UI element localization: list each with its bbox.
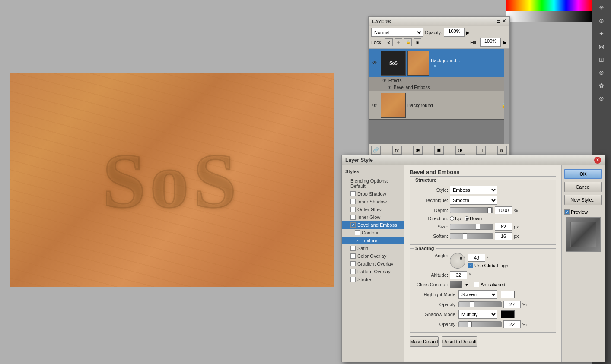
style-item-inner-shadow[interactable]: Inner Shadow — [342, 198, 404, 206]
style-item-blending[interactable]: Blending Options: Default — [342, 177, 404, 190]
preview-checkbox[interactable]: ✓ — [564, 209, 570, 215]
highlight-opacity-value[interactable]: 27 — [503, 301, 521, 308]
radio-down[interactable]: Down — [465, 216, 482, 221]
new-layer-btn[interactable]: □ — [476, 146, 486, 155]
style-item-stroke[interactable]: Stroke — [342, 275, 404, 283]
altitude-value[interactable]: 32 — [450, 271, 467, 279]
layers-footer: 🔗 fx ◉ ▣ ◑ □ 🗑 — [369, 144, 509, 156]
soften-row: Soften: 16 px — [414, 232, 552, 240]
shadow-opacity-value[interactable]: 22 — [503, 320, 521, 328]
toolbar-icon-7[interactable]: ✿ — [595, 79, 608, 92]
soften-slider[interactable] — [450, 233, 493, 239]
style-item-color-overlay[interactable]: Color Overlay — [342, 252, 404, 260]
style-item-contour[interactable]: Contour — [342, 229, 404, 237]
satin-check[interactable] — [350, 246, 356, 251]
layers-scrollbar[interactable] — [504, 49, 509, 144]
stroke-check[interactable] — [350, 277, 356, 282]
layer-item-1[interactable]: 👁 Background 🔒 — [369, 91, 509, 120]
style-item-drop-shadow[interactable]: Drop Shadow — [342, 190, 404, 198]
highlight-color-swatch[interactable] — [501, 291, 515, 298]
global-light-check[interactable]: ✓ — [468, 263, 473, 268]
layer-visibility-0[interactable]: 👁 — [370, 59, 379, 67]
link-layers-btn[interactable]: 🔗 — [371, 146, 381, 155]
highlight-mode-select[interactable]: Screen Normal — [458, 290, 497, 299]
style-item-outer-glow[interactable]: Outer Glow — [342, 206, 404, 213]
style-item-satin[interactable]: Satin — [342, 244, 404, 252]
new-group-btn[interactable]: ▣ — [434, 146, 444, 155]
shadow-color-swatch[interactable] — [501, 310, 515, 318]
shadow-opacity-slider[interactable] — [458, 321, 502, 327]
contour-check[interactable] — [355, 230, 360, 235]
layers-controls: Normal Multiply Screen Opacity: 100% ▶ L… — [369, 26, 509, 49]
layers-panel-close[interactable]: ✕ — [502, 18, 506, 25]
new-style-btn[interactable]: New Style... — [564, 195, 602, 205]
shadow-opacity-slider-thumb — [468, 321, 472, 327]
pattern-overlay-check[interactable] — [350, 269, 356, 274]
soften-value[interactable]: 16 — [495, 232, 512, 240]
anti-aliased-item[interactable]: Anti-aliased — [474, 282, 505, 287]
inner-shadow-check[interactable] — [350, 199, 356, 204]
technique-select[interactable]: Smooth Chisel Hard Chisel Soft — [450, 196, 497, 205]
toolbar-icon-1[interactable]: ✳ — [595, 2, 608, 14]
make-default-btn[interactable]: Make Default — [410, 336, 439, 347]
style-item-inner-glow[interactable]: Inner Glow — [342, 213, 404, 221]
add-mask-btn[interactable]: ◉ — [413, 146, 423, 155]
blend-mode-select[interactable]: Normal Multiply Screen — [371, 28, 423, 37]
layers-panel-menu[interactable]: ≡ — [497, 18, 500, 25]
toolbar-icon-4[interactable]: ⋈ — [595, 41, 608, 53]
toolbar-icon-8[interactable]: ⊛ — [595, 92, 608, 104]
shadow-mode-select[interactable]: Multiply Normal — [458, 310, 497, 319]
opacity-value[interactable]: 100% — [444, 28, 465, 37]
effects-eye[interactable]: 👁 — [382, 78, 387, 83]
style-item-gradient-overlay[interactable]: Gradient Overlay — [342, 260, 404, 268]
delete-layer-btn[interactable]: 🗑 — [497, 146, 507, 155]
highlight-opacity-slider[interactable] — [458, 301, 502, 307]
dialog-close-btn[interactable]: ✕ — [594, 157, 601, 164]
style-item-bevel-emboss[interactable]: ✓ Bevel and Emboss — [342, 221, 404, 229]
toolbar-icon-5[interactable]: ⊞ — [595, 54, 608, 66]
new-adjustment-btn[interactable]: ◑ — [455, 146, 465, 155]
size-slider[interactable] — [450, 224, 493, 230]
dialog-body: Styles Blending Options: Default Drop Sh… — [342, 165, 605, 362]
anti-aliased-check[interactable] — [474, 282, 479, 287]
depth-slider[interactable] — [450, 207, 493, 213]
gradient-overlay-check[interactable] — [350, 261, 356, 266]
style-item-texture[interactable]: ✓ Texture — [342, 237, 404, 244]
bevel-emboss-check[interactable]: ✓ — [350, 222, 356, 228]
opacity-arrow[interactable]: ▶ — [466, 30, 470, 35]
toolbar-icon-6[interactable]: ⊗ — [595, 66, 608, 79]
lock-transparency-btn[interactable]: ▣ — [414, 38, 421, 46]
angle-dial[interactable] — [450, 253, 465, 269]
layer-visibility-1[interactable]: 👁 — [370, 101, 379, 110]
gloss-contour-arrow[interactable]: ▼ — [465, 282, 469, 287]
structure-subsection: Structure Style: Emboss Inner Bevel Oute… — [410, 180, 556, 245]
bevel-eye[interactable]: 👁 — [388, 85, 392, 90]
lock-all-btn[interactable]: 🔒 — [404, 38, 412, 46]
radio-up-btn[interactable] — [450, 216, 454, 221]
style-item-pattern-overlay[interactable]: Pattern Overlay — [342, 268, 404, 275]
gloss-contour-swatch[interactable] — [450, 281, 462, 288]
radio-up[interactable]: Up — [450, 216, 461, 221]
ok-btn[interactable]: OK — [564, 169, 602, 179]
drop-shadow-check[interactable] — [350, 191, 356, 196]
toolbar-icon-3[interactable]: ✦ — [595, 28, 608, 40]
texture-check[interactable]: ✓ — [355, 238, 360, 243]
depth-value[interactable]: 1000 — [495, 206, 512, 214]
global-light-item[interactable]: ✓ Use Global Light — [468, 263, 509, 268]
cancel-btn[interactable]: Cancel — [564, 182, 602, 192]
fill-arrow[interactable]: ▶ — [503, 40, 507, 45]
lock-position-btn[interactable]: ✛ — [395, 38, 402, 46]
outer-glow-check[interactable] — [350, 207, 356, 212]
fill-value[interactable]: 100% — [480, 38, 501, 47]
color-overlay-check[interactable] — [350, 253, 356, 259]
reset-to-default-btn[interactable]: Reset to Default — [442, 336, 477, 347]
layer-item-0[interactable]: 👁 SoS Background... fx — [369, 49, 509, 77]
lock-pixels-btn[interactable]: ⊘ — [385, 38, 393, 46]
radio-down-btn[interactable] — [465, 216, 469, 221]
add-style-btn[interactable]: fx — [392, 146, 402, 155]
angle-value[interactable]: 49 — [468, 254, 485, 262]
inner-glow-check[interactable] — [350, 215, 356, 220]
size-value[interactable]: 62 — [495, 223, 512, 231]
toolbar-icon-2[interactable]: ⊕ — [595, 15, 608, 27]
style-select[interactable]: Emboss Inner Bevel Outer Bevel — [450, 186, 497, 194]
